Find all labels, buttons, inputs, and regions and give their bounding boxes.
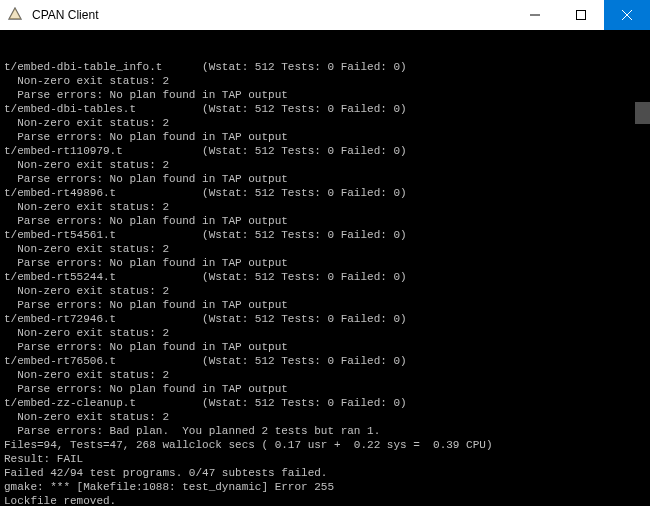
terminal-line: Parse errors: No plan found in TAP outpu… [4, 382, 646, 396]
terminal-line: Parse errors: No plan found in TAP outpu… [4, 88, 646, 102]
terminal-line: t/embed-rt76506.t (Wstat: 512 Tests: 0 F… [4, 354, 646, 368]
terminal-line: t/embed-dbi-table_info.t (Wstat: 512 Tes… [4, 60, 646, 74]
terminal-line: t/embed-rt72946.t (Wstat: 512 Tests: 0 F… [4, 312, 646, 326]
terminal-line: Parse errors: No plan found in TAP outpu… [4, 298, 646, 312]
terminal-line: Parse errors: No plan found in TAP outpu… [4, 256, 646, 270]
window-titlebar: CPAN Client [0, 0, 650, 30]
terminal-line: t/embed-zz-cleanup.t (Wstat: 512 Tests: … [4, 396, 646, 410]
terminal-line: Parse errors: No plan found in TAP outpu… [4, 130, 646, 144]
terminal-line: gmake: *** [Makefile:1088: test_dynamic]… [4, 480, 646, 494]
terminal-line: Parse errors: No plan found in TAP outpu… [4, 340, 646, 354]
terminal-line: Non-zero exit status: 2 [4, 284, 646, 298]
terminal-line: Files=94, Tests=47, 268 wallclock secs (… [4, 438, 646, 452]
terminal-line: Non-zero exit status: 2 [4, 326, 646, 340]
svg-rect-0 [577, 11, 586, 20]
terminal-line: t/embed-rt49896.t (Wstat: 512 Tests: 0 F… [4, 186, 646, 200]
terminal-line: Non-zero exit status: 2 [4, 116, 646, 130]
window-title: CPAN Client [30, 8, 512, 22]
terminal-line: Non-zero exit status: 2 [4, 368, 646, 382]
terminal-line: Result: FAIL [4, 452, 646, 466]
terminal-line: Non-zero exit status: 2 [4, 74, 646, 88]
terminal-line: t/embed-rt110979.t (Wstat: 512 Tests: 0 … [4, 144, 646, 158]
terminal-line: Parse errors: No plan found in TAP outpu… [4, 214, 646, 228]
terminal-line: Parse errors: No plan found in TAP outpu… [4, 172, 646, 186]
terminal-line: Non-zero exit status: 2 [4, 200, 646, 214]
terminal-line: Parse errors: Bad plan. You planned 2 te… [4, 424, 646, 438]
terminal-line: t/embed-dbi-tables.t (Wstat: 512 Tests: … [4, 102, 646, 116]
terminal-line: Lockfile removed. [4, 494, 646, 506]
scrollbar[interactable] [635, 30, 650, 506]
terminal-line: Failed 42/94 test programs. 0/47 subtest… [4, 466, 646, 480]
minimize-button[interactable] [512, 0, 558, 30]
close-button[interactable] [604, 0, 650, 30]
maximize-button[interactable] [558, 0, 604, 30]
terminal-line: t/embed-rt55244.t (Wstat: 512 Tests: 0 F… [4, 270, 646, 284]
terminal-line: Non-zero exit status: 2 [4, 410, 646, 424]
terminal-line: Non-zero exit status: 2 [4, 242, 646, 256]
terminal-line: Non-zero exit status: 2 [4, 158, 646, 172]
scroll-thumb[interactable] [635, 102, 650, 124]
app-icon [0, 0, 30, 30]
terminal-line: t/embed-rt54561.t (Wstat: 512 Tests: 0 F… [4, 228, 646, 242]
terminal-output[interactable]: t/embed-dbi-table_info.t (Wstat: 512 Tes… [0, 30, 650, 506]
